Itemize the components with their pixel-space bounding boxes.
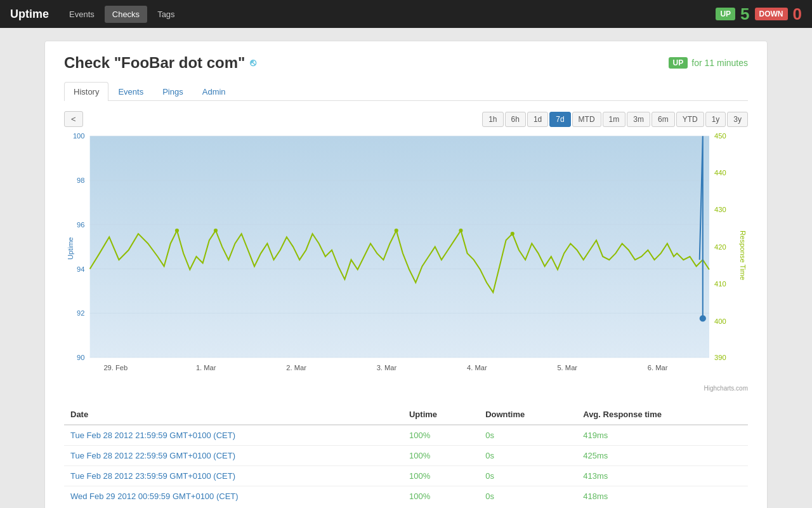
status-pill: UP for 11 minutes: [669, 57, 748, 69]
svg-point-30: [214, 229, 218, 232]
nav-links: Events Checks Tags: [62, 6, 716, 23]
svg-point-33: [459, 229, 462, 232]
row-date-link[interactable]: Tue Feb 28 2012 22:59:59 GMT+0100 (CET): [70, 451, 235, 460]
history-table: Date Uptime Downtime Avg. Response time …: [64, 404, 748, 506]
time-btn-3y[interactable]: 3y: [727, 112, 748, 127]
row-downtime: 0s: [479, 466, 577, 486]
row-response: 425ms: [577, 446, 748, 466]
col-downtime: Downtime: [479, 404, 577, 425]
table-row: Tue Feb 28 2012 23:59:59 GMT+0100 (CET) …: [64, 466, 748, 486]
col-date: Date: [64, 404, 403, 425]
col-uptime: Uptime: [403, 404, 479, 425]
up-count: 5: [740, 4, 749, 24]
brand-logo: Uptime: [10, 8, 49, 21]
table-header: Date Uptime Downtime Avg. Response time: [64, 404, 748, 425]
time-btn-7d[interactable]: 7d: [549, 112, 570, 127]
row-downtime: 0s: [479, 486, 577, 507]
svg-text:94: 94: [77, 265, 84, 273]
svg-text:6. Mar: 6. Mar: [648, 364, 668, 371]
down-count: 0: [793, 4, 802, 24]
svg-point-32: [395, 229, 398, 232]
svg-text:29. Feb: 29. Feb: [103, 364, 128, 371]
row-response: 418ms: [577, 486, 748, 507]
col-response: Avg. Response time: [577, 404, 748, 425]
tab-bar: History Events Pings Admin: [64, 82, 748, 101]
row-date-link[interactable]: Tue Feb 28 2012 23:59:59 GMT+0100 (CET): [70, 471, 235, 481]
time-btn-3m[interactable]: 3m: [627, 112, 650, 127]
time-btn-6m[interactable]: 6m: [652, 112, 675, 127]
table-row: Wed Feb 29 2012 00:59:59 GMT+0100 (CET) …: [64, 486, 748, 507]
table-body: Tue Feb 28 2012 21:59:59 GMT+0100 (CET) …: [64, 425, 748, 506]
row-uptime: 100%: [403, 466, 479, 486]
time-btn-1y[interactable]: 1y: [705, 112, 726, 127]
tab-pings[interactable]: Pings: [153, 82, 193, 101]
time-btn-mtd[interactable]: MTD: [572, 112, 601, 127]
svg-text:410: 410: [714, 280, 726, 288]
status-up-badge: UP: [669, 57, 688, 69]
highcharts-credit: Highcharts.com: [64, 385, 748, 392]
svg-text:96: 96: [77, 221, 84, 229]
svg-text:92: 92: [77, 309, 84, 317]
chart-wrapper: 100 98 96 94 92 90 Uptime 450 440 430 42…: [64, 130, 748, 392]
svg-text:430: 430: [714, 206, 726, 213]
svg-point-34: [700, 315, 706, 321]
page-title: Check "FooBar dot com" ⎋: [64, 54, 256, 72]
svg-text:400: 400: [714, 318, 726, 325]
svg-text:450: 450: [714, 132, 726, 140]
row-date-link[interactable]: Tue Feb 28 2012 21:59:59 GMT+0100 (CET): [70, 431, 235, 440]
row-response: 413ms: [577, 466, 748, 486]
time-btn-1h[interactable]: 1h: [482, 112, 503, 127]
down-badge: DOWN: [755, 8, 788, 20]
tab-admin[interactable]: Admin: [193, 82, 235, 101]
nav-events[interactable]: Events: [62, 6, 102, 23]
status-duration-text: for 11 minutes: [691, 58, 748, 68]
time-btn-1d[interactable]: 1d: [527, 112, 548, 127]
tab-events[interactable]: Events: [108, 82, 153, 101]
uptime-chart: 100 98 96 94 92 90 Uptime 450 440 430 42…: [64, 130, 748, 384]
row-response: 419ms: [577, 425, 748, 446]
svg-text:390: 390: [714, 354, 726, 361]
svg-rect-0: [90, 136, 709, 358]
svg-text:98: 98: [77, 177, 84, 184]
up-badge: UP: [716, 8, 735, 20]
svg-text:420: 420: [714, 243, 726, 251]
status-badges: UP 5 DOWN 0: [716, 4, 802, 24]
table-row: Tue Feb 28 2012 22:59:59 GMT+0100 (CET) …: [64, 446, 748, 466]
row-downtime: 0s: [479, 425, 577, 446]
row-uptime: 100%: [403, 425, 479, 446]
row-uptime: 100%: [403, 446, 479, 466]
page-header: Check "FooBar dot com" ⎋ UP for 11 minut…: [64, 54, 748, 72]
tab-history[interactable]: History: [64, 82, 108, 101]
row-date-link[interactable]: Wed Feb 29 2012 00:59:59 GMT+0100 (CET): [70, 491, 239, 501]
svg-point-29: [175, 229, 179, 232]
svg-text:100: 100: [73, 132, 85, 140]
svg-text:4. Mar: 4. Mar: [467, 364, 487, 371]
page-container: Check "FooBar dot com" ⎋ UP for 11 minut…: [44, 41, 768, 508]
time-btn-ytd[interactable]: YTD: [676, 112, 704, 127]
time-button-group: 1h 6h 1d 7d MTD 1m 3m 6m YTD 1y 3y: [482, 112, 748, 127]
chart-controls: < 1h 6h 1d 7d MTD 1m 3m 6m YTD 1y 3y: [64, 111, 748, 127]
svg-text:2. Mar: 2. Mar: [286, 364, 306, 371]
svg-point-31: [511, 232, 514, 236]
navbar: Uptime Events Checks Tags UP 5 DOWN 0: [0, 0, 812, 28]
svg-text:Response Time: Response Time: [739, 231, 747, 280]
row-downtime: 0s: [479, 446, 577, 466]
row-uptime: 100%: [403, 486, 479, 507]
svg-text:90: 90: [77, 354, 84, 361]
table-row: Tue Feb 28 2012 21:59:59 GMT+0100 (CET) …: [64, 425, 748, 446]
back-button[interactable]: <: [64, 111, 83, 127]
svg-text:1. Mar: 1. Mar: [196, 364, 216, 371]
external-link-icon[interactable]: ⎋: [250, 57, 256, 69]
time-btn-1m[interactable]: 1m: [603, 112, 626, 127]
time-btn-6h[interactable]: 6h: [505, 112, 526, 127]
nav-checks[interactable]: Checks: [105, 6, 147, 23]
svg-text:Uptime: Uptime: [67, 237, 74, 260]
svg-text:5. Mar: 5. Mar: [557, 364, 577, 371]
svg-text:440: 440: [714, 169, 726, 177]
nav-tags[interactable]: Tags: [150, 6, 182, 23]
svg-text:3. Mar: 3. Mar: [377, 364, 397, 371]
